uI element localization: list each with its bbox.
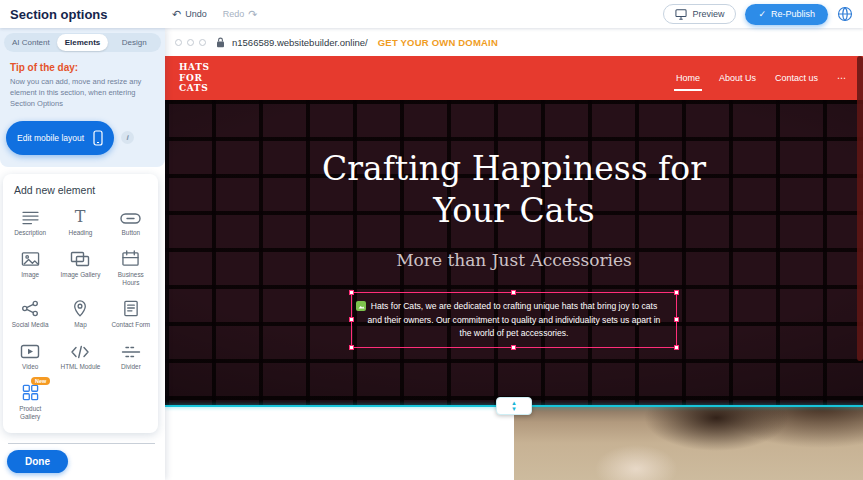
svg-text:T: T [75,208,86,225]
topbar: Section options ↶ Undo Redo ↷ Preview [0,0,863,28]
element-option-label: Business Hours [109,271,153,287]
element-option-label: Image [21,271,39,279]
resize-handle[interactable] [511,345,516,350]
undo-icon: ↶ [172,9,181,20]
element-option-product-gallery[interactable]: New Product Gallery [5,382,55,421]
nav-item-about-us[interactable]: About Us [719,69,756,87]
element-option-business-hours[interactable]: Business Hours [106,248,156,287]
resize-handle[interactable] [349,317,354,322]
page-scrollbar[interactable] [857,56,863,480]
app-window: Section options ↶ Undo Redo ↷ Preview [0,0,863,480]
form-icon [123,298,139,317]
history-controls: ↶ Undo Redo ↷ [172,9,257,20]
nav-item-home[interactable]: Home [676,69,700,87]
element-option-label: Heading [69,229,93,237]
tab-design[interactable]: Design [108,34,160,51]
element-option-video[interactable]: Video [5,340,55,371]
tip-body: Now you can add, move and resize any ele… [10,77,155,110]
site-page: HATS FOR CATS Home About Us Contact us ⋯… [165,56,863,480]
image-placeholder-icon[interactable] [356,301,366,311]
next-section[interactable] [165,406,863,480]
button-icon [120,206,141,225]
resize-handle[interactable] [674,290,679,295]
element-option-description[interactable]: Description [5,206,55,237]
lock-icon [216,37,225,48]
redo-button[interactable]: Redo ↷ [223,9,258,20]
hero-title[interactable]: Crafting Happiness for Your Cats [314,148,714,232]
site-logo[interactable]: HATS FOR CATS [179,62,231,94]
resize-handle[interactable] [674,345,679,350]
element-option-heading[interactable]: T Heading [55,206,105,237]
section-options-panel: AI Content Elements Design Tip of the da… [0,28,165,480]
element-option-label: Button [122,229,140,237]
image-icon [21,248,40,267]
element-option-social-media[interactable]: Social Media [5,298,55,329]
resize-handle[interactable] [674,317,679,322]
page-title: Section options [10,7,108,22]
element-option-image-gallery[interactable]: Image Gallery [55,248,105,287]
element-option-label: Video [22,363,38,371]
preview-button[interactable]: Preview [663,4,736,24]
republish-button[interactable]: ✓ Re-Publish [745,4,828,25]
resize-handle[interactable] [349,290,354,295]
element-option-button[interactable]: Button [106,206,156,237]
arrow-down-icon: ▾ [512,406,516,412]
editor-preview-area: n1566589.websitebuilder.online/ GET YOUR… [165,28,863,480]
heading-t-icon: T [71,206,89,225]
selected-text-element[interactable]: Hats for Cats, we are dedicated to craft… [351,292,677,348]
monitor-icon [675,9,687,20]
site-nav: Home About Us Contact us ⋯ [676,69,846,87]
element-grid: Description T Heading Button [5,206,156,421]
get-domain-link[interactable]: GET YOUR OWN DOMAIN [378,37,498,48]
edit-mobile-layout-label: Edit mobile layout [17,133,84,143]
video-icon [20,340,40,359]
element-option-label: Description [14,229,46,237]
element-option-label: Map [74,321,86,329]
hero-paragraph[interactable]: Hats for Cats, we are dedicated to craft… [364,300,664,340]
undo-button[interactable]: ↶ Undo [172,9,207,20]
tip-of-the-day: Tip of the day: Now you can add, move an… [4,52,161,112]
site-url: n1566589.websitebuilder.online/ [232,37,368,48]
element-option-label: Contact Form [111,321,150,329]
undo-label: Undo [185,9,207,19]
element-option-map[interactable]: Map [55,298,105,329]
done-button[interactable]: Done [7,450,68,473]
nav-overflow-menu[interactable]: ⋯ [837,69,846,87]
panel-top: AI Content Elements Design Tip of the da… [0,28,165,167]
globe-icon [837,6,853,22]
element-option-image[interactable]: Image [5,248,55,287]
mobile-layout-row: Edit mobile layout i [6,121,159,155]
republish-label: Re-Publish [771,9,815,19]
tab-elements[interactable]: Elements [57,34,109,51]
resize-handle[interactable] [511,290,516,295]
redo-label: Redo [223,9,245,19]
site-header[interactable]: HATS FOR CATS Home About Us Contact us ⋯ [165,56,863,100]
scrollbar-thumb[interactable] [857,56,863,361]
site-viewport: HATS FOR CATS Home About Us Contact us ⋯… [165,56,863,480]
window-dot-icon [199,39,206,46]
share-icon [21,298,39,317]
element-option-html-module[interactable]: HTML Module [55,340,105,371]
element-option-label: Divider [121,363,141,371]
element-option-label: Social Media [12,321,49,329]
cat-photo [514,406,863,480]
hero-subtitle[interactable]: More than Just Accessories [165,250,863,270]
element-option-divider[interactable]: Divider [106,340,156,371]
info-icon[interactable]: i [121,131,134,144]
tip-title: Tip of the day: [10,62,155,73]
calendar-icon [121,248,140,267]
element-option-contact-form[interactable]: Contact Form [106,298,156,329]
section-resize-handle[interactable]: ▴ ▾ [496,397,532,415]
phone-icon [93,130,103,146]
edit-mobile-layout-button[interactable]: Edit mobile layout [6,121,114,155]
language-globe-button[interactable] [837,6,853,22]
resize-handle[interactable] [349,345,354,350]
new-badge: New [31,377,50,385]
window-dot-icon [175,39,182,46]
nav-item-contact-us[interactable]: Contact us [775,69,818,87]
image-gallery-icon [70,248,90,267]
check-icon: ✓ [758,9,766,19]
hero-section[interactable]: Crafting Happiness for Your Cats More th… [165,100,863,406]
tab-ai-content[interactable]: AI Content [5,34,57,51]
element-option-label: Product Gallery [8,405,52,421]
